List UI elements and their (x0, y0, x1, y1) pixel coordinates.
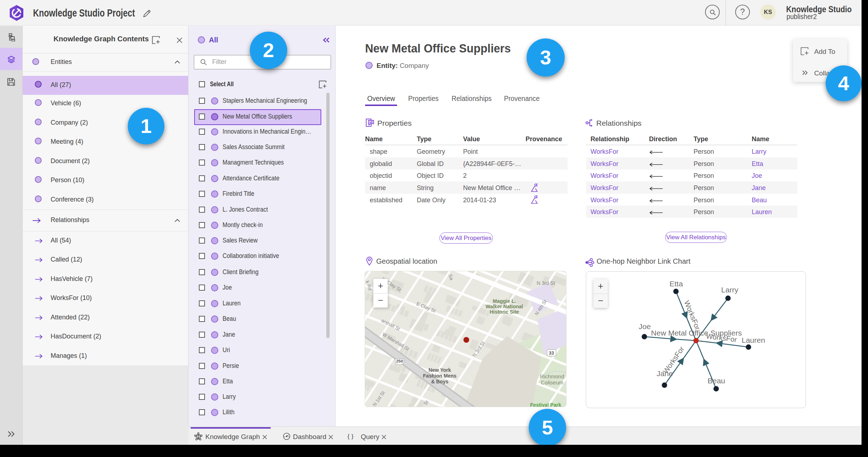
svg-text:Beau: Beau (708, 377, 725, 385)
svg-text:Maggie L.: Maggie L. (493, 298, 516, 304)
svg-text:Larry: Larry (721, 286, 738, 294)
svg-text:Historic Site: Historic Site (490, 309, 519, 315)
svg-text:33: 33 (549, 350, 554, 356)
svg-text:N 3rd St: N 3rd St (537, 280, 555, 286)
svg-text:New York: New York (429, 367, 451, 373)
svg-text:Fashion Mens: Fashion Mens (423, 373, 457, 379)
svg-text:Coliseum: Coliseum (541, 379, 564, 386)
svg-text:Richmond: Richmond (540, 373, 564, 379)
svg-text:Etta: Etta (669, 280, 683, 288)
svg-text:& Boys: & Boys (431, 379, 448, 384)
svg-text:Walker National: Walker National (486, 304, 523, 309)
svg-text:Joe: Joe (639, 322, 651, 331)
svg-text:250: 250 (396, 359, 403, 363)
svg-text:Lauren: Lauren (742, 336, 765, 344)
svg-text:Festival Park: Festival Park (530, 402, 561, 407)
